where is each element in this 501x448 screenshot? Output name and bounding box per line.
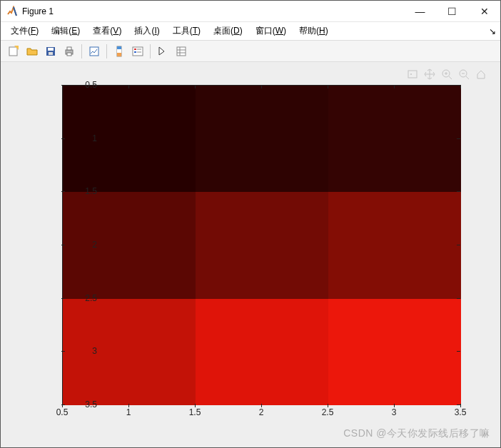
y-tick-label: 1.5 (85, 186, 97, 196)
insert-legend-button[interactable] (129, 43, 146, 60)
toolbar-separator (150, 44, 151, 58)
open-button[interactable] (24, 43, 41, 60)
svg-rect-12 (117, 53, 121, 56)
menu-help[interactable]: 帮助(H) (293, 23, 334, 39)
y-tick-label: 1 (92, 133, 97, 143)
heatmap-cell (196, 192, 328, 298)
menu-window[interactable]: 窗口(W) (250, 23, 292, 39)
svg-rect-4 (49, 52, 53, 55)
y-tick-label: 3.5 (85, 399, 97, 409)
pan-icon[interactable] (423, 68, 436, 81)
dock-arrow-icon[interactable]: ↘ (489, 26, 496, 36)
svg-rect-11 (117, 49, 121, 53)
heatmap-cell (196, 86, 328, 192)
titlebar[interactable]: Figure 1 — ☐ ✕ (1, 1, 500, 22)
zoom-in-icon[interactable] (440, 68, 453, 81)
x-tick-label: 2 (259, 407, 264, 417)
watermark-text: CSDN @今天你发际线后移了嘛 (343, 427, 490, 440)
x-tick-label: 3.5 (455, 407, 467, 417)
svg-rect-22 (408, 71, 417, 78)
svg-rect-0 (9, 47, 17, 56)
svg-rect-3 (48, 48, 54, 51)
matlab-icon (6, 6, 18, 17)
svg-rect-10 (117, 46, 121, 49)
svg-point-23 (410, 73, 412, 75)
maximize-button[interactable]: ☐ (436, 1, 468, 21)
print-button[interactable] (61, 43, 78, 60)
x-tick-label: 2.5 (322, 407, 334, 417)
x-tick-label: 1 (126, 407, 131, 417)
x-tick-label: 1.5 (189, 407, 201, 417)
heatmap-cell (328, 86, 461, 192)
svg-rect-18 (177, 47, 186, 56)
x-tick-label: 3 (392, 407, 397, 417)
open-property-inspector-button[interactable] (173, 43, 190, 60)
zoom-out-icon[interactable] (457, 68, 470, 81)
menu-desktop[interactable]: 桌面(D) (208, 23, 248, 39)
heatmap-cell (63, 299, 196, 405)
new-figure-button[interactable] (5, 43, 22, 60)
heatmap-cell (63, 192, 196, 298)
minimize-button[interactable]: — (404, 1, 436, 21)
svg-line-25 (449, 76, 452, 79)
svg-rect-7 (67, 53, 71, 56)
heatmap-cell (328, 192, 461, 298)
restore-view-icon[interactable] (475, 68, 487, 81)
y-tick-label: 0.5 (85, 80, 97, 90)
svg-rect-15 (134, 51, 136, 53)
toolbar-separator (106, 44, 107, 58)
save-button[interactable] (42, 43, 59, 60)
heatmap-cell (196, 299, 328, 405)
axes[interactable] (62, 85, 460, 404)
edit-plot-button[interactable] (154, 43, 171, 60)
menu-insert[interactable]: 插入(I) (128, 23, 165, 39)
menu-file[interactable]: 文件(F) (5, 23, 44, 39)
toolbar (1, 41, 500, 62)
svg-rect-6 (67, 47, 71, 50)
insert-colorbar-button[interactable] (111, 43, 128, 60)
menu-view[interactable]: 查看(V) (87, 23, 127, 39)
figure-area: 0.511.522.533.50.511.522.533.5 CSDN @今天你… (1, 62, 500, 447)
y-tick-label: 2 (92, 240, 97, 250)
menu-edit[interactable]: 编辑(E) (46, 23, 86, 39)
svg-line-29 (466, 76, 469, 79)
axes-toolbar (406, 68, 487, 81)
brush-icon[interactable] (406, 68, 419, 81)
y-tick-label: 2.5 (85, 293, 97, 303)
toolbar-separator (81, 44, 82, 58)
heatmap-cell (63, 86, 196, 192)
close-button[interactable]: ✕ (468, 1, 500, 21)
menubar: 文件(F) 编辑(E) 查看(V) 插入(I) 工具(T) 桌面(D) 窗口(W… (1, 22, 500, 41)
x-tick-label: 0.5 (56, 407, 69, 417)
link-plot-button[interactable] (86, 43, 103, 60)
svg-rect-14 (134, 49, 136, 50)
heatmap-cell (328, 299, 461, 405)
menu-tools[interactable]: 工具(T) (167, 23, 206, 39)
window-title: Figure 1 (22, 6, 54, 16)
y-tick-label: 3 (92, 346, 97, 356)
figure-window: Figure 1 — ☐ ✕ 文件(F) 编辑(E) 查看(V) 插入(I) 工… (0, 0, 501, 448)
svg-rect-8 (90, 47, 98, 56)
